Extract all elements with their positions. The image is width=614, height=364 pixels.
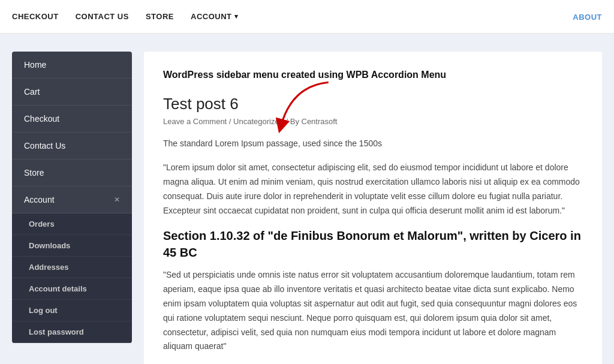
accordion-label: WordPress sidebar menu created using WPB… [163, 68, 583, 82]
nav-store[interactable]: STORE [146, 12, 174, 21]
page-wrapper: Home Cart Checkout Contact Us Store Acco… [0, 34, 614, 364]
section-text: "Sed ut perspiciatis unde omnis iste nat… [163, 268, 583, 354]
sidebar-submenu-item-lost-password: Lost password [12, 321, 132, 343]
section-heading: Section 1.10.32 of "de Finibus Bonorum e… [163, 227, 583, 261]
sidebar-link-lost-password[interactable]: Lost password [12, 321, 132, 343]
sidebar-submenu-item-orders: Orders [12, 213, 132, 235]
sidebar-item-store: Store [12, 160, 132, 186]
sidebar-link-account-details[interactable]: Account details [12, 278, 132, 300]
header: CHECKOUT CONTACT US STORE ACCOUNT ABOUT [0, 0, 614, 34]
main-content: WordPress sidebar menu created using WPB… [144, 52, 602, 364]
post-excerpt: The standard Lorem Ipsum passage, used s… [163, 137, 583, 151]
nav-contact-us[interactable]: CONTACT US [76, 12, 129, 21]
nav-account[interactable]: ACCOUNT [191, 12, 238, 21]
sidebar-submenu: Orders Downloads Addresses Account detai… [12, 213, 132, 343]
sidebar-item-account: Account ✕ Orders Downloads Addresses Acc… [12, 186, 132, 343]
sidebar-link-contact-us[interactable]: Contact Us [12, 133, 132, 160]
header-right: ABOUT [573, 11, 602, 22]
sidebar-item-home: Home [12, 52, 132, 79]
sidebar-submenu-item-downloads: Downloads [12, 235, 132, 257]
sidebar-item-contact-us: Contact Us [12, 133, 132, 160]
sidebar-link-store[interactable]: Store [12, 160, 132, 186]
post-quote-1: "Lorem ipsum dolor sit amet, consectetur… [163, 161, 583, 218]
sidebar-link-cart[interactable]: Cart [12, 79, 132, 106]
sidebar-link-downloads[interactable]: Downloads [12, 235, 132, 257]
sidebar: Home Cart Checkout Contact Us Store Acco… [12, 52, 132, 343]
sidebar-link-account[interactable]: Account ✕ [12, 186, 132, 213]
sidebar-submenu-item-account-details: Account details [12, 278, 132, 300]
post-title: Test post 6 [163, 95, 583, 113]
close-icon: ✕ [114, 195, 120, 204]
sidebar-submenu-item-addresses: Addresses [12, 257, 132, 278]
sidebar-menu: Home Cart Checkout Contact Us Store Acco… [12, 52, 132, 343]
sidebar-link-log-out[interactable]: Log out [12, 300, 132, 321]
sidebar-submenu-item-log-out: Log out [12, 300, 132, 321]
sidebar-link-addresses[interactable]: Addresses [12, 257, 132, 278]
post-meta: Leave a Comment / Uncategorized / By Cen… [163, 117, 583, 126]
nav-checkout[interactable]: CHECKOUT [12, 12, 59, 21]
sidebar-item-cart: Cart [12, 79, 132, 106]
sidebar-link-checkout[interactable]: Checkout [12, 106, 132, 133]
sidebar-link-home[interactable]: Home [12, 52, 132, 79]
sidebar-link-orders[interactable]: Orders [12, 213, 132, 235]
nav-about[interactable]: ABOUT [573, 13, 602, 22]
sidebar-item-checkout: Checkout [12, 106, 132, 133]
header-nav: CHECKOUT CONTACT US STORE ACCOUNT [12, 12, 238, 21]
